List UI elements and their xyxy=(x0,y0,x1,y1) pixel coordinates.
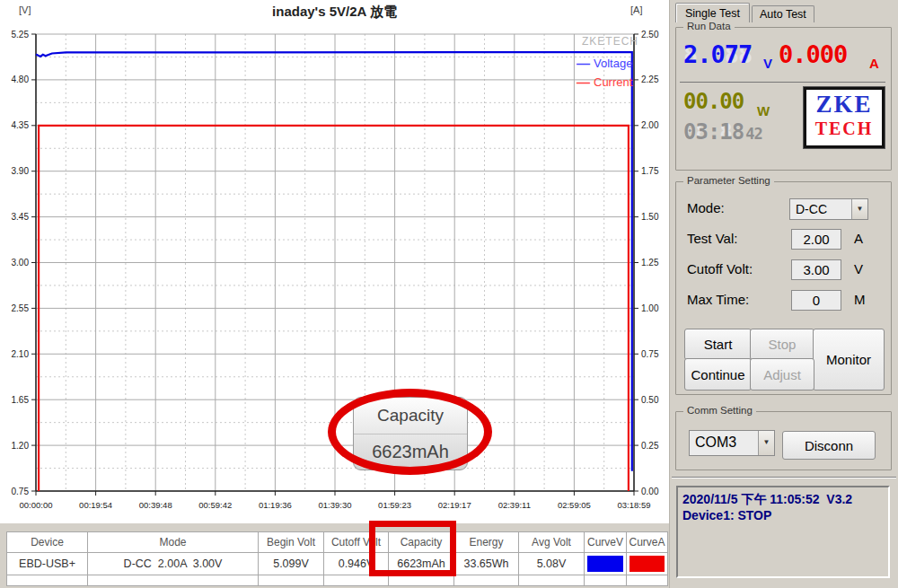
svg-text:1.65: 1.65 xyxy=(12,395,30,405)
logo-line-zke: ZKE xyxy=(806,90,882,118)
cutoff-volt-unit: V xyxy=(854,261,863,276)
svg-text:1.20: 1.20 xyxy=(12,441,30,451)
cutoff-volt-input[interactable] xyxy=(791,259,841,280)
svg-text:0.50: 0.50 xyxy=(641,395,659,405)
test-tabs: Single Test Auto Test xyxy=(675,3,816,22)
voltage-display: 8.8882.077 xyxy=(683,42,752,66)
logo-line-tech: TECH xyxy=(806,118,882,138)
column-header: Begin Volt xyxy=(259,532,324,553)
svg-text:3.90: 3.90 xyxy=(12,166,30,176)
svg-text:1.00: 1.00 xyxy=(641,303,659,313)
curve-v-swatch-cell xyxy=(585,575,627,586)
svg-text:00:00:00: 00:00:00 xyxy=(20,500,53,510)
svg-text:01:19:36: 01:19:36 xyxy=(259,500,292,510)
current-unit-label: A xyxy=(869,56,879,71)
results-table: DeviceModeBegin VoltCutoff VoltCapacityE… xyxy=(6,531,668,586)
legend-item-voltage: — Voltage xyxy=(577,54,632,73)
svg-text:2.25: 2.25 xyxy=(641,75,659,84)
svg-text:1.75: 1.75 xyxy=(641,166,659,176)
table-cell xyxy=(324,575,389,586)
control-panel: Single Test Auto Test Run Data 8.8882.07… xyxy=(669,0,898,588)
stop-button: Stop xyxy=(750,329,814,360)
run-data-divider xyxy=(680,82,885,83)
tab-single-test[interactable]: Single Test xyxy=(675,3,750,22)
power-display: 88.8800.00 xyxy=(683,91,744,112)
table-cell: 5.099V xyxy=(259,553,324,575)
current-line-icon: — xyxy=(577,75,590,90)
power-unit-label: W xyxy=(757,103,770,118)
column-header: CurveA xyxy=(627,532,668,553)
svg-text:2.50: 2.50 xyxy=(641,30,659,39)
zke-tech-logo: ZKE TECH xyxy=(804,87,885,148)
max-time-label: Max Time: xyxy=(687,292,749,307)
com-port-value: COM3 xyxy=(690,431,758,455)
column-header: Energy xyxy=(454,532,519,553)
table-cell: D-CC 2.00A 3.00V xyxy=(88,553,259,575)
mode-dropdown-value: D-CC xyxy=(790,199,851,219)
tab-auto-test[interactable]: Auto Test xyxy=(752,5,814,22)
comm-setting-group-label: Comm Setting xyxy=(683,405,756,416)
comm-setting-group: Comm Setting COM3 ▼ Disconn xyxy=(675,411,892,470)
max-time-unit: M xyxy=(854,292,866,307)
zketech-watermark: ZKETECH xyxy=(582,35,638,48)
mode-label: Mode: xyxy=(687,200,725,215)
disconnect-button[interactable]: Disconn xyxy=(782,431,876,460)
svg-text:02:59:05: 02:59:05 xyxy=(558,500,591,510)
elapsed-time-display: 88:8803:1842 xyxy=(683,121,762,143)
panel-divider xyxy=(672,477,896,478)
table-cell xyxy=(7,575,88,586)
log-box[interactable]: 2020/11/5 下午 11:05:52 V3.2 Device1: STOP xyxy=(676,486,890,578)
table-header-row: DeviceModeBegin VoltCutoff VoltCapacityE… xyxy=(7,532,668,553)
column-header: Mode xyxy=(88,532,259,553)
table-cell: 5.08V xyxy=(519,553,585,575)
capacity-ellipse-annotation xyxy=(328,389,492,475)
svg-text:2.10: 2.10 xyxy=(12,349,30,359)
curve-v-swatch xyxy=(587,556,623,572)
svg-text:2.00: 2.00 xyxy=(641,120,659,130)
svg-text:0.75: 0.75 xyxy=(641,349,659,359)
column-header: Avg Volt xyxy=(519,532,585,553)
svg-text:01:59:23: 01:59:23 xyxy=(378,500,411,510)
mode-dropdown[interactable]: D-CC ▼ xyxy=(789,198,868,220)
chart-legend: — Voltage — Current xyxy=(577,54,632,92)
curve-a-swatch xyxy=(629,556,665,572)
table-row[interactable]: EBD-USB+D-CC 2.00A 3.00V5.099V0.946V6623… xyxy=(7,553,668,575)
table-cell xyxy=(519,575,585,586)
curve-v-swatch-cell xyxy=(585,553,627,575)
voltage-legend-label: Voltage xyxy=(594,57,632,70)
legend-item-current: — Current xyxy=(577,73,632,92)
svg-text:03:18:59: 03:18:59 xyxy=(618,500,651,510)
com-port-dropdown[interactable]: COM3 ▼ xyxy=(689,430,775,456)
parameter-setting-group: Parameter Setting Mode: D-CC ▼ Test Val:… xyxy=(675,181,892,395)
test-val-label: Test Val: xyxy=(687,231,737,246)
max-time-input[interactable] xyxy=(791,290,841,311)
svg-text:3.45: 3.45 xyxy=(12,212,30,222)
test-val-input[interactable] xyxy=(791,229,841,250)
ebd-tester-window: [V] inaday's 5V/2A 放電 [A] 5.254.804.353.… xyxy=(0,0,898,588)
test-val-unit: A xyxy=(854,231,863,246)
column-header: Device xyxy=(7,532,88,553)
chevron-down-icon[interactable]: ▼ xyxy=(851,199,867,219)
curve-a-swatch-cell xyxy=(627,575,668,586)
svg-text:00:59:42: 00:59:42 xyxy=(198,500,232,510)
curve-a-swatch-cell xyxy=(627,553,668,575)
svg-text:1.50: 1.50 xyxy=(641,212,659,222)
monitor-button[interactable]: Monitor xyxy=(813,329,885,391)
svg-text:3.00: 3.00 xyxy=(12,258,30,268)
svg-text:4.80: 4.80 xyxy=(12,75,30,84)
start-button[interactable]: Start xyxy=(684,329,752,360)
svg-text:0.25: 0.25 xyxy=(641,441,659,451)
current-legend-label: Current xyxy=(594,75,632,89)
chevron-down-icon[interactable]: ▼ xyxy=(758,431,774,455)
table-cell xyxy=(88,575,259,586)
log-line-device-status: Device1: STOP xyxy=(682,507,884,523)
column-header: CurveV xyxy=(585,532,627,553)
table-cell xyxy=(454,575,519,586)
table-cell xyxy=(259,575,324,586)
continue-button[interactable]: Continue xyxy=(684,358,752,391)
svg-text:1.25: 1.25 xyxy=(641,258,659,268)
svg-text:00:19:54: 00:19:54 xyxy=(79,500,112,510)
run-data-group: Run Data 8.8882.077 V 8.8880.000 A 88.88… xyxy=(675,27,892,171)
svg-text:00:39:48: 00:39:48 xyxy=(139,500,172,510)
table-row[interactable] xyxy=(7,575,668,586)
